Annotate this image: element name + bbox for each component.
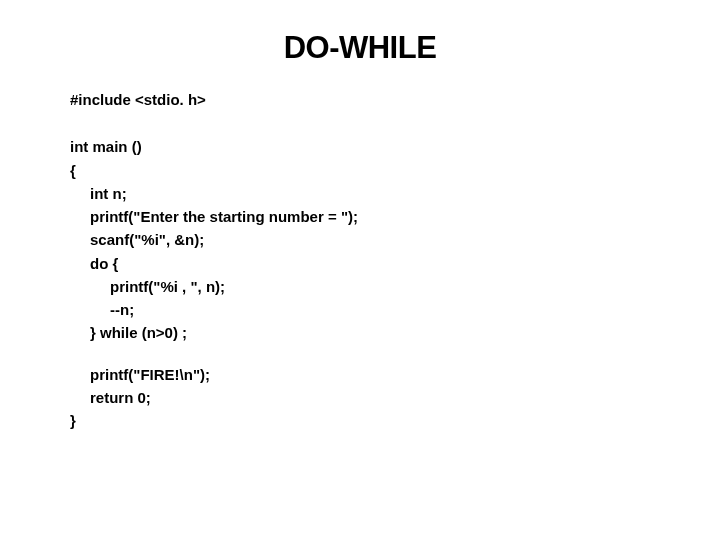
code-line-open-brace: { <box>70 159 650 182</box>
slide-container: DO-WHILE #include <stdio. h> int main ()… <box>0 0 720 540</box>
code-line-printf2: printf("%i , ", n); <box>70 275 650 298</box>
code-line-printf3: printf("FIRE!\n"); <box>70 363 650 386</box>
slide-title: DO-WHILE <box>70 30 650 66</box>
code-line-do: do { <box>70 252 650 275</box>
code-line-include: #include <stdio. h> <box>70 88 650 111</box>
code-line-close-brace: } <box>70 409 650 432</box>
code-block: #include <stdio. h> int main () { int n;… <box>70 88 650 432</box>
code-line-printf1: printf("Enter the starting number = "); <box>70 205 650 228</box>
code-line-decrement: --n; <box>70 298 650 321</box>
blank-line <box>70 111 650 135</box>
code-line-main: int main () <box>70 135 650 158</box>
code-line-while: } while (n>0) ; <box>70 321 650 344</box>
blank-line <box>70 345 650 363</box>
code-line-return: return 0; <box>70 386 650 409</box>
code-line-decl: int n; <box>70 182 650 205</box>
code-line-scanf: scanf("%i", &n); <box>70 228 650 251</box>
